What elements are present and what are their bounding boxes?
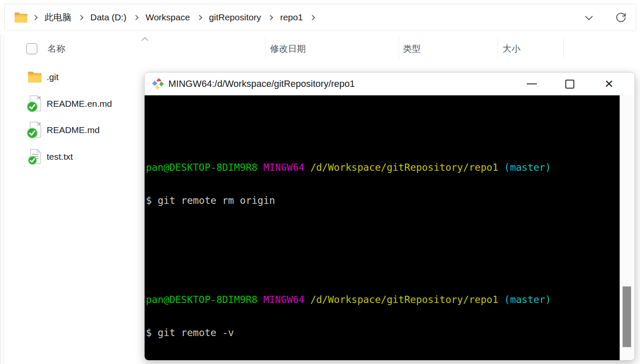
terminal-window-title: MINGW64:/d/Workspace/gitRepository/repo1: [168, 78, 355, 89]
breadcrumb-item-this-pc[interactable]: 此电脑: [42, 10, 74, 25]
address-bar[interactable]: 此电脑 Data (D:) Workspace gitRepository re…: [4, 4, 636, 31]
file-row-readme[interactable]: README.md: [25, 119, 144, 141]
file-row-test-txt[interactable]: test.txt: [25, 146, 144, 168]
file-name[interactable]: README.md: [47, 125, 100, 135]
minimize-icon: [527, 83, 537, 84]
terminal-titlebar[interactable]: MINGW64:/d/Workspace/gitRepository/repo1…: [145, 72, 634, 95]
minimize-button[interactable]: [520, 72, 544, 95]
address-dropdown-button[interactable]: [581, 10, 596, 25]
prompt-host: MINGW64: [263, 294, 305, 305]
file-row-readme-en[interactable]: README.en.md: [25, 93, 144, 115]
prompt-branch: (master): [504, 294, 551, 305]
command-text: git remote -v: [158, 327, 234, 338]
prompt-host: MINGW64: [263, 162, 305, 173]
column-divider[interactable]: [265, 37, 266, 58]
chevron-down-icon: [585, 12, 592, 20]
breadcrumb-item-gitrepository[interactable]: gitRepository: [207, 11, 264, 24]
breadcrumb-item-drive[interactable]: Data (D:): [88, 11, 129, 24]
prompt-line: pan@DESKTOP-8DIM9R8MINGW64/d/Workspace/g…: [146, 162, 620, 173]
prompt-user: pan@DESKTOP-8DIM9R8: [146, 294, 257, 305]
maximize-button[interactable]: [557, 72, 582, 95]
column-divider[interactable]: [563, 37, 564, 58]
chevron-right-icon: [310, 15, 315, 20]
column-header-size[interactable]: 大小: [503, 43, 520, 55]
window-edge: [0, 35, 1, 364]
file-name[interactable]: .git: [47, 72, 59, 82]
folder-icon: [14, 12, 28, 23]
prompt-line: pan@DESKTOP-8DIM9R8MINGW64/d/Workspace/g…: [146, 294, 620, 305]
maximize-icon: [565, 80, 574, 89]
column-header-date[interactable]: 修改日期: [270, 43, 306, 55]
markdown-file-icon: [25, 121, 44, 139]
breadcrumb-item-workspace[interactable]: Workspace: [143, 11, 193, 24]
terminal-console[interactable]: pan@DESKTOP-8DIM9R8MINGW64/d/Workspace/g…: [145, 95, 620, 361]
prompt-user: pan@DESKTOP-8DIM9R8: [146, 162, 257, 173]
command-line: $ git remote -v: [146, 327, 620, 338]
scrollbar-thumb[interactable]: [623, 286, 631, 347]
chevron-right-icon: [197, 15, 202, 20]
command-line: $ git remote rm origin: [146, 195, 620, 206]
mintty-terminal-window: MINGW64:/d/Workspace/gitRepository/repo1…: [144, 72, 635, 361]
chevron-right-icon: [32, 15, 38, 20]
command-text: git remote rm origin: [158, 195, 275, 206]
sort-ascending-icon[interactable]: [143, 37, 148, 42]
prompt-path: /d/Workspace/gitRepository/repo1: [310, 162, 498, 173]
file-name[interactable]: README.en.md: [47, 99, 112, 109]
chevron-right-icon: [133, 15, 139, 20]
prompt-symbol: $: [146, 327, 158, 338]
refresh-button[interactable]: [614, 10, 628, 25]
prompt-branch: (master): [504, 162, 551, 173]
folder-icon: [25, 71, 44, 83]
prompt-path: /d/Workspace/gitRepository/repo1: [310, 294, 498, 305]
close-button[interactable]: ✕: [597, 72, 621, 95]
prompt-symbol: $: [146, 195, 158, 206]
text-file-icon: [25, 148, 44, 165]
close-icon: ✕: [604, 78, 614, 91]
chevron-right-icon: [78, 15, 84, 20]
file-name[interactable]: test.txt: [47, 152, 73, 162]
explorer-window: 此电脑 Data (D:) Workspace gitRepository re…: [0, 0, 640, 364]
terminal-block: pan@DESKTOP-8DIM9R8MINGW64/d/Workspace/g…: [146, 140, 620, 228]
chevron-right-icon: [268, 15, 274, 20]
pane-divider[interactable]: [3, 36, 4, 364]
select-all-checkbox[interactable]: [26, 43, 37, 54]
refresh-icon: [615, 11, 627, 24]
column-divider[interactable]: [497, 37, 498, 58]
column-divider[interactable]: [399, 37, 399, 58]
mingw64-app-icon: [151, 77, 165, 91]
terminal-scrollbar[interactable]: [620, 95, 634, 361]
terminal-block: pan@DESKTOP-8DIM9R8MINGW64/d/Workspace/g…: [146, 272, 620, 360]
file-row-git[interactable]: .git: [25, 66, 144, 88]
column-header-type[interactable]: 类型: [403, 43, 421, 55]
column-header-name[interactable]: 名称: [48, 43, 65, 55]
markdown-file-icon: [25, 94, 44, 113]
breadcrumb-item-repo1[interactable]: repo1: [277, 11, 305, 24]
